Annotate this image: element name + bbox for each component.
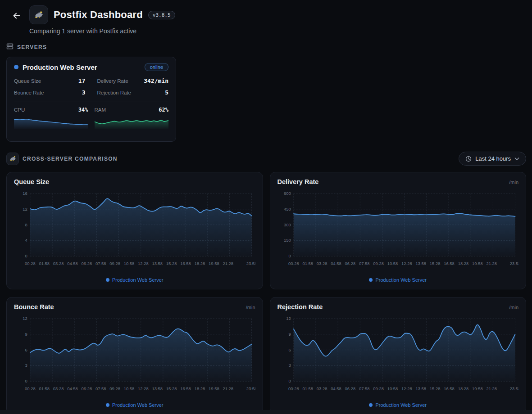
chart-unit: /min: [509, 180, 518, 185]
chart-unit: /min: [246, 305, 255, 310]
line-chart[interactable]: 048121600:2801:5803:2804:5806:2807:5809:…: [14, 189, 255, 269]
legend-dot-icon: [106, 278, 109, 282]
svg-text:3: 3: [288, 363, 291, 368]
svg-text:21:28: 21:28: [486, 261, 497, 266]
svg-text:3: 3: [25, 363, 27, 368]
svg-text:16:58: 16:58: [444, 386, 455, 391]
chart-title: Bounce Rate: [14, 303, 54, 310]
page-subtitle: Comparing 1 server with Postfix active: [29, 27, 175, 35]
svg-text:04:58: 04:58: [67, 386, 78, 391]
postfix-logo-small-icon: [6, 153, 19, 165]
server-name: Production Web Server: [23, 63, 141, 71]
line-chart[interactable]: 03691200:2801:5803:2804:5806:2807:5809:2…: [277, 314, 519, 394]
line-chart[interactable]: 015030045060000:2801:5803:2804:5806:2807…: [277, 189, 519, 269]
svg-text:04:58: 04:58: [331, 386, 341, 391]
svg-text:19:58: 19:58: [209, 386, 219, 391]
page-title: Postfix Dashboard: [54, 9, 143, 21]
bottom-panel-edge: [0, 410, 532, 414]
svg-text:12:28: 12:28: [138, 261, 149, 266]
svg-text:15:28: 15:28: [166, 386, 177, 391]
comparison-section-label: CROSS-SERVER COMPARISON: [6, 153, 118, 165]
clock-icon: [465, 156, 472, 162]
svg-text:01:58: 01:58: [302, 386, 313, 391]
svg-text:01:58: 01:58: [302, 261, 313, 266]
postfix-logo-icon: [29, 5, 48, 24]
svg-text:23:58: 23:58: [246, 386, 255, 391]
server-stats: Queue Size 17 Delivery Rate 342/min Boun…: [14, 77, 168, 96]
servers-section-label: SERVERS: [6, 43, 532, 51]
svg-text:07:58: 07:58: [359, 261, 369, 266]
svg-text:16:58: 16:58: [444, 261, 455, 266]
svg-text:150: 150: [284, 238, 291, 243]
version-badge: v3.8.5: [148, 11, 175, 19]
svg-text:06:28: 06:28: [345, 261, 355, 266]
chart-legend[interactable]: Production Web Server: [277, 277, 519, 284]
stat-rejection-rate: Rejection Rate 5: [97, 89, 169, 96]
svg-text:10:58: 10:58: [124, 386, 135, 391]
svg-text:09:28: 09:28: [373, 386, 384, 391]
back-button[interactable]: [11, 10, 23, 23]
stat-queue-size: Queue Size 17: [14, 77, 86, 84]
server-status-dot-icon: [14, 65, 18, 69]
chart-unit: /min: [509, 305, 518, 310]
svg-text:16: 16: [23, 191, 27, 196]
server-card: Production Web Server online Queue Size …: [6, 57, 176, 142]
svg-text:07:58: 07:58: [359, 386, 369, 391]
chart-legend[interactable]: Production Web Server: [14, 402, 255, 409]
svg-text:18:28: 18:28: [195, 261, 205, 266]
svg-text:00:28: 00:28: [25, 261, 36, 266]
svg-text:00:28: 00:28: [288, 261, 299, 266]
svg-text:23:58: 23:58: [246, 261, 255, 266]
svg-text:6: 6: [25, 347, 27, 352]
svg-text:16:58: 16:58: [180, 386, 191, 391]
svg-text:23:58: 23:58: [509, 386, 518, 391]
chart-title: Queue Size: [14, 178, 49, 185]
chart-title: Delivery Rate: [277, 178, 319, 185]
app-header: Postfix Dashboard v3.8.5 Comparing 1 ser…: [0, 0, 532, 35]
stat-bounce-rate: Bounce Rate 3: [14, 89, 86, 96]
svg-text:06:28: 06:28: [345, 386, 355, 391]
svg-text:03:28: 03:28: [53, 386, 64, 391]
svg-text:9: 9: [288, 332, 291, 337]
svg-text:21:28: 21:28: [223, 261, 233, 266]
legend-dot-icon: [106, 403, 109, 407]
line-chart[interactable]: 03691200:2801:5803:2804:5806:2807:5809:2…: [14, 314, 255, 394]
legend-dot-icon: [369, 403, 373, 407]
svg-text:9: 9: [25, 332, 27, 337]
time-range-dropdown[interactable]: Last 24 hours: [459, 152, 526, 166]
svg-text:12: 12: [23, 316, 27, 321]
svg-text:18:28: 18:28: [458, 261, 468, 266]
svg-text:15:28: 15:28: [429, 386, 440, 391]
chart-title: Rejection Rate: [277, 303, 323, 310]
svg-text:8: 8: [25, 222, 27, 227]
cpu-gauge: CPU 34%: [14, 107, 88, 129]
svg-text:12:28: 12:28: [401, 386, 412, 391]
legend-label: Production Web Server: [375, 402, 427, 408]
svg-text:450: 450: [284, 207, 291, 212]
chart-legend[interactable]: Production Web Server: [277, 402, 519, 409]
svg-text:04:58: 04:58: [67, 261, 78, 266]
svg-text:01:58: 01:58: [39, 386, 50, 391]
ram-sparkline: [95, 115, 169, 129]
svg-text:13:58: 13:58: [152, 261, 163, 266]
ram-gauge: RAM 62%: [95, 107, 169, 129]
legend-label: Production Web Server: [112, 277, 164, 283]
svg-text:10:58: 10:58: [387, 386, 398, 391]
svg-text:19:58: 19:58: [472, 261, 483, 266]
svg-text:21:28: 21:28: [486, 386, 497, 391]
comparison-bar: CROSS-SERVER COMPARISON Last 24 hours: [6, 152, 526, 166]
svg-text:13:58: 13:58: [415, 386, 426, 391]
chart-card-delivery-rate: Delivery Rate /min 015030045060000:2801:…: [270, 172, 527, 289]
svg-text:06:28: 06:28: [82, 386, 92, 391]
svg-text:09:28: 09:28: [109, 261, 120, 266]
arrow-left-icon: [12, 11, 22, 22]
svg-text:07:58: 07:58: [95, 386, 106, 391]
svg-text:300: 300: [284, 222, 291, 227]
svg-text:04:58: 04:58: [331, 261, 341, 266]
svg-text:21:28: 21:28: [223, 386, 233, 391]
svg-text:23:58: 23:58: [509, 261, 518, 266]
svg-text:6: 6: [288, 347, 291, 352]
chart-legend[interactable]: Production Web Server: [14, 277, 255, 284]
chart-card-bounce-rate: Bounce Rate /min 03691200:2801:5803:2804…: [6, 297, 263, 414]
svg-text:09:28: 09:28: [109, 386, 120, 391]
